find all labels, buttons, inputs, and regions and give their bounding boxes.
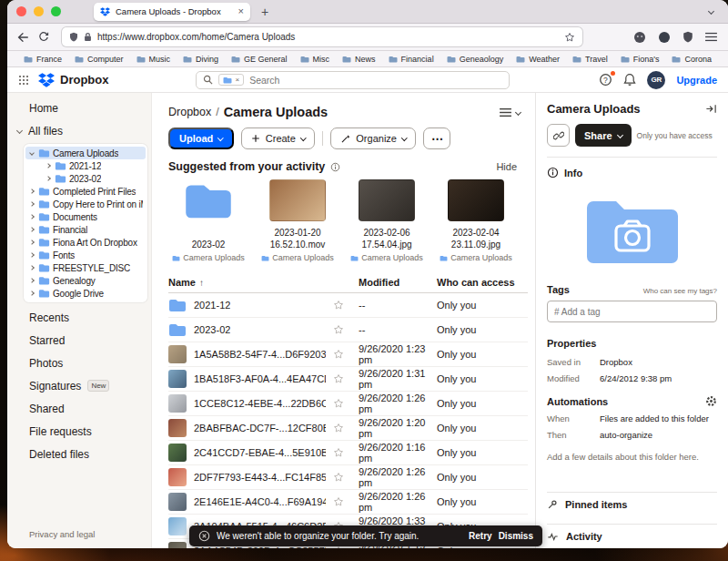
chevron-right-icon[interactable] bbox=[28, 253, 35, 257]
retry-button[interactable]: Retry bbox=[469, 531, 492, 541]
folder-tree-item[interactable]: Genealogy bbox=[25, 274, 146, 287]
automations-settings-button[interactable] bbox=[705, 395, 717, 407]
folder-tree-item[interactable]: Financial bbox=[25, 223, 146, 236]
window-minimize-button[interactable] bbox=[34, 6, 44, 16]
file-row[interactable]: 2C41CCD7-EBAE-4...5E910BFB7... 9/26/2020… bbox=[168, 441, 528, 465]
star-icon[interactable] bbox=[333, 349, 344, 360]
upgrade-link[interactable]: Upgrade bbox=[676, 75, 717, 86]
bookmark-folder[interactable]: Travel bbox=[567, 55, 613, 64]
folder-tree-item[interactable]: Fiona Art On Dropbox bbox=[25, 236, 146, 249]
sidebar-item[interactable]: File requests bbox=[7, 420, 151, 443]
star-icon[interactable] bbox=[333, 472, 344, 483]
bookmark-folder[interactable]: Misc bbox=[295, 55, 336, 64]
window-zoom-button[interactable] bbox=[51, 6, 61, 16]
extension-shield-icon[interactable] bbox=[682, 31, 693, 43]
hide-button[interactable]: Hide bbox=[496, 161, 528, 172]
search-input[interactable] bbox=[249, 75, 502, 86]
sidebar-item[interactable]: Deleted files bbox=[7, 443, 151, 465]
dropbox-logo[interactable]: Dropbox bbox=[38, 73, 108, 87]
sidebar-item[interactable]: Starred bbox=[7, 329, 151, 352]
file-row[interactable]: 1CCE8C12-4EBE-4...22DB6C453... 9/26/2020… bbox=[168, 392, 528, 416]
star-icon[interactable] bbox=[333, 324, 344, 335]
search-scope-chip[interactable]: × bbox=[218, 74, 244, 86]
view-switcher[interactable] bbox=[500, 107, 528, 117]
reload-button[interactable] bbox=[38, 32, 49, 43]
tags-visibility-link[interactable]: Who can see my tags? bbox=[643, 287, 717, 295]
star-icon[interactable] bbox=[333, 398, 344, 409]
sidebar-item[interactable]: Shared bbox=[7, 397, 151, 420]
bookmark-folder[interactable]: Diving bbox=[177, 55, 224, 64]
file-row[interactable]: 2E146E1E-A4C0-4...F69A1944E1... 9/26/202… bbox=[168, 490, 528, 515]
breadcrumb-root[interactable]: Dropbox bbox=[168, 106, 211, 118]
sidebar-item[interactable]: Recents bbox=[7, 306, 151, 329]
chevron-right-icon[interactable] bbox=[28, 151, 35, 155]
star-icon[interactable] bbox=[333, 447, 344, 458]
folder-tree-item[interactable]: Completed Print Files bbox=[25, 185, 146, 198]
share-button[interactable]: Share bbox=[575, 124, 632, 147]
bookmark-folder[interactable]: Geneaology bbox=[441, 55, 510, 64]
bookmark-folder[interactable]: Fiona's bbox=[615, 55, 665, 64]
search-bar[interactable]: × bbox=[196, 71, 510, 89]
info-icon[interactable] bbox=[330, 162, 340, 172]
chip-remove-icon[interactable]: × bbox=[235, 76, 239, 84]
bookmark-folder[interactable]: Corona bbox=[666, 55, 717, 64]
column-modified[interactable]: Modified bbox=[359, 277, 437, 288]
file-row[interactable]: 2023-02 -- Only you bbox=[168, 318, 528, 342]
sidebar-item-home[interactable]: Home bbox=[7, 97, 151, 119]
bookmark-star-icon[interactable] bbox=[564, 32, 575, 43]
tab-close-icon[interactable]: × bbox=[238, 6, 244, 16]
chevron-right-icon[interactable] bbox=[28, 266, 35, 270]
extension-disc-icon[interactable] bbox=[658, 31, 671, 44]
folder-tree-item[interactable]: Camera Uploads bbox=[25, 147, 146, 159]
column-access[interactable]: Who can access bbox=[437, 277, 528, 288]
pinned-items-section[interactable]: Pinned items bbox=[547, 492, 717, 516]
chevron-right-icon[interactable] bbox=[28, 189, 35, 193]
suggested-card[interactable]: 2023-02-04 23.11.09.jpg Camera Uploads bbox=[436, 178, 516, 262]
new-tab-button[interactable]: + bbox=[261, 5, 268, 18]
chevron-right-icon[interactable] bbox=[28, 215, 35, 219]
sidebar-item-all-files[interactable]: All files bbox=[7, 119, 151, 142]
url-text[interactable]: https://www.dropbox.com/home/Camera Uplo… bbox=[97, 32, 559, 42]
file-row[interactable]: 1BA518F3-AF0A-4...4EA47CD70... 9/26/2020… bbox=[168, 367, 528, 392]
suggested-card[interactable]: 2023-02 Camera Uploads bbox=[168, 178, 248, 262]
copy-link-button[interactable] bbox=[547, 124, 570, 147]
sidebar-item[interactable]: Photos bbox=[7, 352, 151, 374]
star-icon[interactable] bbox=[333, 423, 344, 434]
browser-tab[interactable]: Camera Uploads - Dropbox × bbox=[94, 3, 250, 21]
file-row[interactable]: 2BABFBAC-DC7F-...12CF80BD2... 9/26/2020 … bbox=[168, 416, 528, 441]
bell-icon[interactable] bbox=[623, 73, 636, 87]
back-button[interactable] bbox=[16, 32, 29, 43]
file-row[interactable]: 1A5A58B2-54F7-4...D6F9203953... 9/26/202… bbox=[168, 342, 528, 367]
column-name[interactable]: Name bbox=[168, 277, 196, 288]
description-placeholder[interactable]: Add a few details about this folder here… bbox=[547, 452, 717, 462]
sort-ascending-icon[interactable]: ↑ bbox=[199, 278, 204, 288]
window-close-button[interactable] bbox=[16, 6, 26, 16]
dismiss-button[interactable]: Dismiss bbox=[499, 531, 533, 541]
bookmark-folder[interactable]: GE General bbox=[226, 55, 293, 64]
menu-hamburger-icon[interactable] bbox=[705, 32, 717, 42]
folder-tree-item[interactable]: Copy Here to Print on iM... bbox=[25, 198, 146, 210]
chevron-right-icon[interactable] bbox=[28, 228, 35, 231]
bookmark-folder[interactable]: News bbox=[337, 55, 381, 64]
chevron-right-icon[interactable] bbox=[28, 291, 35, 295]
upload-button[interactable]: Upload bbox=[168, 128, 234, 149]
avatar[interactable]: GR bbox=[647, 71, 665, 89]
star-icon[interactable] bbox=[333, 373, 344, 384]
chevron-right-icon[interactable] bbox=[45, 177, 52, 180]
folder-tree-item[interactable]: Documents bbox=[25, 210, 146, 223]
url-bar[interactable]: https://www.dropbox.com/home/Camera Uplo… bbox=[62, 27, 582, 46]
folder-tree-item[interactable]: 2021-12 bbox=[25, 159, 146, 172]
chevron-right-icon[interactable] bbox=[28, 202, 35, 206]
organize-button[interactable]: Organize bbox=[330, 128, 416, 149]
collapse-panel-icon[interactable] bbox=[705, 103, 717, 115]
more-actions-button[interactable]: ⋯ bbox=[423, 128, 450, 149]
tab-list-chevron-icon[interactable] bbox=[709, 9, 719, 14]
folder-tree-item[interactable]: Fonts bbox=[25, 249, 146, 261]
info-section-header[interactable]: Info bbox=[547, 167, 717, 178]
bookmark-folder[interactable]: France bbox=[18, 55, 67, 64]
star-icon[interactable] bbox=[333, 496, 344, 507]
tracking-shield-icon[interactable] bbox=[69, 32, 78, 42]
sidebar-item[interactable]: Signatures New bbox=[7, 374, 151, 397]
create-button[interactable]: Create bbox=[241, 128, 316, 149]
chevron-right-icon[interactable] bbox=[45, 164, 52, 168]
